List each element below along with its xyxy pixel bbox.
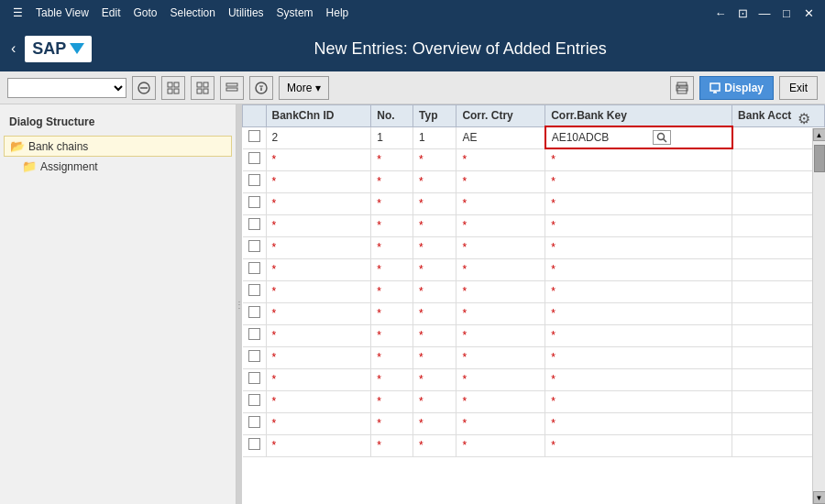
- menu-tableview[interactable]: Table View: [30, 5, 94, 21]
- close-btn[interactable]: ✕: [799, 4, 818, 22]
- minimize-btn[interactable]: —: [755, 4, 774, 22]
- menu-goto[interactable]: Goto: [128, 5, 163, 21]
- star-cell: *: [266, 170, 371, 192]
- star-cell: *: [266, 302, 371, 324]
- sap-logo: SAP: [25, 36, 92, 62]
- scroll-thumb[interactable]: [814, 145, 825, 172]
- star-cell: *: [456, 390, 545, 412]
- row-checkbox[interactable]: [248, 394, 260, 406]
- row-checkbox[interactable]: [248, 416, 260, 428]
- sap-text: SAP: [32, 39, 66, 59]
- sidebar-label-bank-chains: Bank chains: [28, 140, 88, 153]
- col-corr-bank-key: Corr.Bank Key: [545, 105, 732, 127]
- star-cell: *: [456, 346, 545, 368]
- cell-no: 1: [371, 126, 413, 148]
- col-corr-ctry: Corr. Ctry: [456, 105, 545, 127]
- print-icon: [676, 82, 688, 94]
- star-cell: *: [456, 412, 545, 434]
- cell-bankchn-id: 2: [266, 126, 371, 148]
- empty-cell: [732, 280, 825, 302]
- scroll-up-button[interactable]: ▲: [813, 128, 826, 141]
- menu-hamburger[interactable]: ☰: [7, 5, 28, 21]
- info-button[interactable]: [249, 76, 273, 100]
- svg-rect-4: [168, 89, 172, 93]
- star-cell: *: [266, 258, 371, 280]
- search-lookup-button[interactable]: [653, 130, 671, 145]
- col-bank-acct: Bank Acct: [732, 105, 825, 127]
- minus-button[interactable]: [132, 76, 156, 100]
- page-title: New Entries: Overview of Added Entries: [106, 39, 814, 59]
- menu-edit[interactable]: Edit: [96, 5, 126, 21]
- row-checkbox[interactable]: [248, 218, 260, 230]
- sidebar-label-assignment: Assignment: [40, 160, 98, 173]
- svg-line-24: [663, 139, 666, 143]
- row-checkbox[interactable]: [248, 152, 260, 164]
- grid2-button[interactable]: [191, 76, 214, 100]
- sidebar-item-bank-chains[interactable]: 📂 Bank chains: [4, 136, 232, 157]
- table-row: * * * * *: [243, 258, 825, 280]
- star-cell: *: [413, 412, 456, 434]
- star-cell: *: [545, 214, 732, 236]
- col-no: No.: [371, 105, 413, 127]
- star-cell: *: [371, 280, 413, 302]
- star-cell: *: [371, 412, 413, 434]
- row-checkbox[interactable]: [248, 372, 260, 384]
- display-button[interactable]: Display: [699, 76, 774, 100]
- star-cell: *: [413, 390, 456, 412]
- row-checkbox[interactable]: [248, 262, 260, 274]
- row-checkbox[interactable]: [248, 130, 260, 142]
- maximize-btn[interactable]: □: [777, 4, 796, 22]
- menu-utilities[interactable]: Utilities: [223, 5, 270, 21]
- restore-btn[interactable]: ⊡: [733, 4, 752, 22]
- empty-cell: [732, 368, 825, 390]
- star-cell: *: [413, 214, 456, 236]
- nav-back-btn[interactable]: ←: [711, 4, 730, 22]
- svg-rect-10: [226, 83, 237, 86]
- row-checkbox-cell[interactable]: [243, 126, 267, 148]
- menu-help[interactable]: Help: [321, 5, 355, 21]
- star-cell: *: [266, 280, 371, 302]
- table-settings-icon[interactable]: ⚙: [798, 110, 810, 127]
- star-cell: *: [456, 280, 545, 302]
- row-checkbox[interactable]: [248, 328, 260, 340]
- table-row: * * * * *: [243, 302, 825, 324]
- scroll-down-button[interactable]: ▼: [813, 491, 826, 504]
- cell-typ: 1: [413, 126, 456, 148]
- more-label: More: [287, 82, 312, 94]
- scrollbar[interactable]: ▲ ▼: [812, 128, 825, 504]
- star-cell: *: [371, 434, 413, 456]
- main-content: Dialog Structure 📂 Bank chains 📁 Assignm…: [0, 104, 825, 504]
- grid3-button[interactable]: [220, 76, 244, 100]
- exit-button[interactable]: Exit: [779, 76, 818, 100]
- table-container[interactable]: BankChn ID No. Typ Corr. Ctry Corr.Bank …: [242, 104, 825, 504]
- sidebar-item-assignment[interactable]: 📁 Assignment: [4, 157, 232, 176]
- table-row: * * * * *: [243, 434, 825, 456]
- svg-rect-20: [710, 83, 720, 91]
- empty-cell: [732, 434, 825, 456]
- svg-rect-6: [197, 82, 202, 87]
- menu-selection[interactable]: Selection: [165, 5, 221, 21]
- row-checkbox[interactable]: [248, 196, 260, 208]
- input-wrapper: [552, 130, 726, 145]
- grid1-button[interactable]: [161, 76, 185, 100]
- cell-corr-bank-key-active[interactable]: [545, 126, 732, 148]
- star-cell: *: [371, 302, 413, 324]
- row-checkbox[interactable]: [248, 306, 260, 318]
- menu-system[interactable]: System: [271, 5, 319, 21]
- row-checkbox[interactable]: [248, 284, 260, 296]
- corr-bank-key-input[interactable]: [552, 131, 653, 144]
- more-button[interactable]: More ▾: [279, 76, 329, 100]
- back-button[interactable]: ‹: [11, 40, 16, 57]
- row-checkbox[interactable]: [248, 350, 260, 362]
- row-checkbox[interactable]: [248, 240, 260, 252]
- lookup-icon: [656, 132, 667, 143]
- print-button[interactable]: [670, 76, 694, 100]
- sap-triangle-icon: [70, 43, 84, 54]
- star-cell: *: [456, 368, 545, 390]
- row-checkbox[interactable]: [248, 174, 260, 186]
- toolbar-dropdown[interactable]: [7, 78, 126, 98]
- table-row-active: 2 1 1 AE: [243, 126, 825, 148]
- row-checkbox[interactable]: [248, 438, 260, 450]
- table-row: * * * * *: [243, 280, 825, 302]
- display-label: Display: [724, 82, 764, 94]
